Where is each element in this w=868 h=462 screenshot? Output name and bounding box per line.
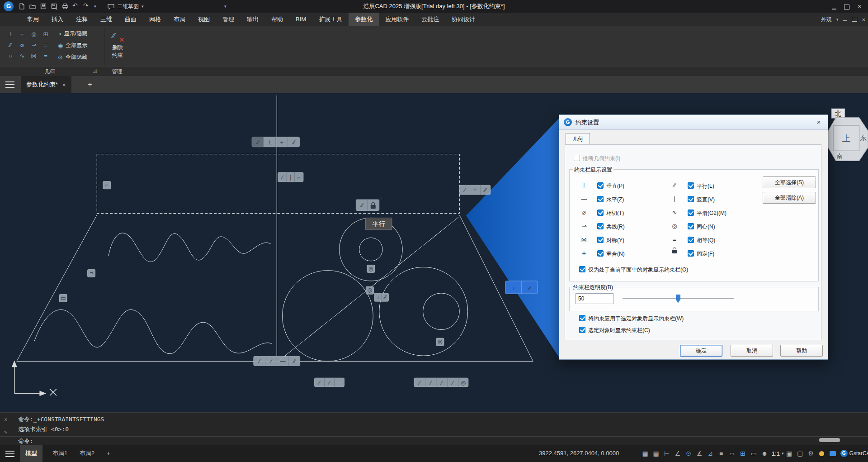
new-file-icon[interactable] [18, 3, 25, 10]
manage-panel-label[interactable]: 管理 [105, 67, 129, 76]
command-scrollbar-thumb[interactable] [819, 438, 840, 442]
constraint-badge[interactable]: ∕ ∕ — [315, 378, 344, 387]
transparency-input[interactable] [576, 293, 613, 304]
dialog-close-icon[interactable]: × [814, 118, 823, 127]
maximize-button[interactable] [842, 3, 852, 10]
ribbon-tab-surface[interactable]: 曲面 [118, 13, 143, 26]
checkbox-symmetric[interactable] [597, 237, 604, 243]
view-cube-south-label[interactable]: 南 [836, 152, 843, 160]
spline-lower[interactable] [34, 310, 272, 353]
select-all-button[interactable]: 全部选择(S) [763, 176, 816, 188]
annotation-scale[interactable]: 1:1 [772, 450, 780, 457]
snap-icon[interactable]: ▤ [651, 450, 661, 457]
add-layout-button[interactable]: + [101, 445, 116, 462]
settings-gear-icon[interactable]: ⚙ [806, 450, 816, 457]
circle-small-right[interactable] [423, 293, 460, 330]
help-button[interactable]: 帮助 [780, 345, 823, 357]
minimize-button[interactable] [829, 3, 839, 10]
ribbon-tab-view[interactable]: 视图 [192, 13, 216, 26]
workspace-switcher[interactable]: 二维草图 ▾ [108, 1, 144, 11]
geometry-panel-label[interactable]: 几何 [18, 67, 81, 76]
command-close-icon[interactable]: × [4, 416, 7, 423]
checkbox-coincident[interactable] [597, 250, 604, 257]
perpendicular-constraint-icon[interactable]: ⊥ [5, 29, 16, 40]
appearance-menu[interactable]: 外观 [821, 16, 832, 24]
clean-screen-icon[interactable]: ▢ [795, 450, 806, 457]
workspace-user-icon[interactable]: ☻ [759, 450, 770, 457]
selection-cycling-icon[interactable]: ⊞ [737, 450, 748, 457]
close-button[interactable]: × [854, 3, 864, 10]
open-folder-icon[interactable] [29, 3, 36, 10]
constraint-badge[interactable]: + ∕∕ [374, 293, 389, 301]
toolbar-more-caret-icon[interactable]: ▾ [224, 4, 226, 9]
document-tab-close-icon[interactable]: × [62, 81, 66, 88]
constraint-badge[interactable]: ∕ ∕ ∕ ∕ ◎ [414, 378, 468, 387]
checkbox-fixed[interactable] [688, 250, 694, 257]
doc-restore-button[interactable] [852, 16, 857, 23]
equal-constraint-icon[interactable]: ≡ [40, 40, 52, 51]
panel-launcher-icon[interactable]: ◿ [93, 68, 97, 73]
lineweight-icon[interactable]: ≡ [716, 450, 726, 457]
polar-tracking-icon[interactable]: ∠ [672, 450, 683, 457]
new-document-tab-button[interactable]: + [84, 79, 96, 90]
constraint-badge[interactable]: ∕ | ⌐ [278, 172, 303, 182]
view-cube-east-label[interactable]: 东 [860, 134, 867, 142]
ribbon-tab-manage[interactable]: 管理 [216, 13, 241, 26]
constraint-badge-concentric[interactable]: ◎ [436, 338, 444, 346]
doc-minimize-button[interactable] [843, 16, 847, 23]
constraint-badge[interactable]: ∕ ∕ — ∕∕ [254, 356, 300, 366]
ribbon-tab-cloud-markup[interactable]: 云批注 [415, 13, 445, 26]
checkbox-equal[interactable] [688, 237, 694, 243]
ribbon-tab-insert[interactable]: 插入 [45, 13, 70, 26]
constraint-badge-highlighted[interactable]: + ∕∕ [505, 281, 538, 294]
horizontal-constraint-icon[interactable]: ⌐ [16, 29, 28, 40]
command-pencil-icon[interactable]: ✎ [4, 429, 7, 435]
menu-hamburger-icon[interactable] [5, 81, 14, 88]
coincident-constraint-icon[interactable]: ∿ [16, 51, 28, 62]
selected-rectangle[interactable] [97, 154, 459, 214]
redo-icon[interactable]: ↷ [83, 2, 89, 9]
app-logo-icon[interactable]: G [4, 1, 14, 11]
checkbox-vertical[interactable] [688, 196, 694, 202]
dynamic-input-icon[interactable]: ⊿ [705, 450, 716, 457]
plot-printer-icon[interactable] [61, 3, 69, 10]
tangent-constraint-icon[interactable]: ⌀ [16, 40, 28, 51]
view-cube-up-label[interactable]: 上 [842, 133, 850, 143]
apply-after-select-checkbox[interactable] [579, 315, 585, 321]
object-snap-icon[interactable]: ⊙ [683, 450, 694, 457]
checkbox-horizontal[interactable] [597, 196, 604, 202]
checkbox-concentric[interactable] [688, 223, 694, 229]
cancel-button[interactable]: 取消 [731, 345, 773, 357]
model-tab[interactable]: 模型 [20, 445, 42, 462]
spline-upper[interactable] [108, 233, 271, 262]
save-icon[interactable] [40, 3, 47, 10]
command-line-panel[interactable]: × ✎ 命令:_+CONSTRAINTSETTINGS 选项卡索引 <0>:0 … [0, 412, 868, 445]
constraint-badge[interactable]: ⌐ [103, 181, 111, 189]
ribbon-tab-collaboration[interactable]: 协同设计 [445, 13, 481, 26]
ribbon-tab-home[interactable]: 常用 [21, 13, 45, 26]
command-prompt[interactable]: 命令: [18, 437, 33, 445]
annotation-icon[interactable]: ▭ [748, 450, 759, 457]
ok-button[interactable]: 确定 [680, 345, 722, 357]
circle-inner-top[interactable] [359, 238, 382, 261]
undo-icon[interactable]: ↶ [72, 2, 78, 9]
collinear-constraint-icon[interactable]: ⊸ [28, 40, 40, 51]
only-current-plane-checkbox[interactable] [579, 266, 585, 272]
grid-icon[interactable]: ▦ [640, 450, 651, 457]
ribbon-tab-help[interactable]: 帮助 [265, 13, 289, 26]
status-menu-icon[interactable] [5, 451, 14, 457]
transparency-icon[interactable]: ▱ [726, 450, 737, 457]
delete-constraint-button[interactable]: ∕∕ ✕ 删除 约束 [107, 29, 128, 66]
constraint-badge-parallel-lock[interactable]: ∕∕ × [356, 195, 382, 210]
constraint-badge-concentric[interactable]: ◎ [366, 286, 373, 294]
doc-close-button[interactable]: × [862, 16, 865, 23]
checkbox-parallel[interactable] [688, 182, 694, 189]
ribbon-tab-annotate[interactable]: 注释 [70, 13, 94, 26]
constraint-badge[interactable]: ¬ [87, 269, 95, 277]
layout2-tab[interactable]: 布局2 [74, 445, 100, 462]
ribbon-tab-bim[interactable]: BIM [289, 13, 312, 26]
ribbon-tab-3d[interactable]: 三维 [94, 13, 118, 26]
constraint-badge-concentric[interactable]: ◎ [367, 265, 375, 272]
dialog-titlebar[interactable]: G 约束设置 × [559, 115, 828, 130]
smooth-constraint-icon[interactable]: ○ [5, 51, 16, 62]
